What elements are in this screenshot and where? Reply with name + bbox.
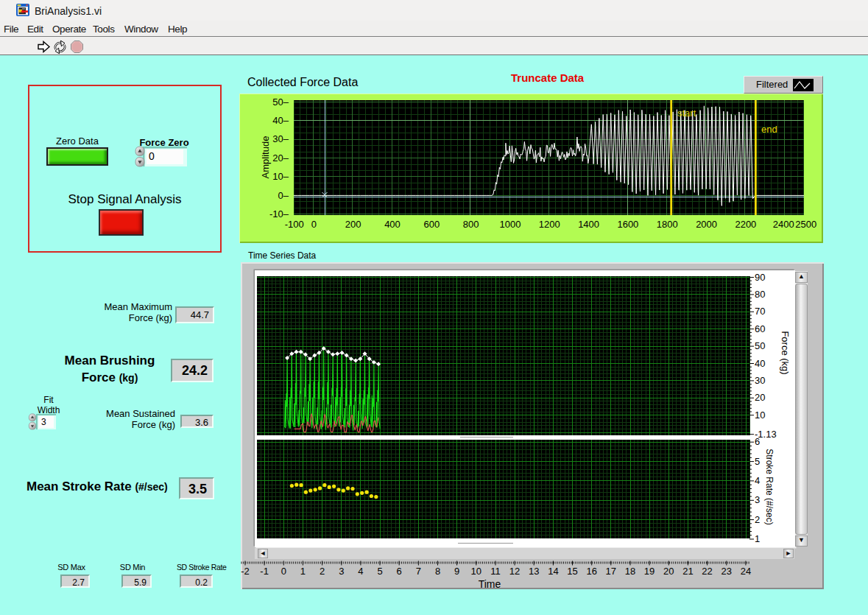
svg-text:end: end xyxy=(761,124,777,135)
svg-text:start: start xyxy=(677,108,696,119)
